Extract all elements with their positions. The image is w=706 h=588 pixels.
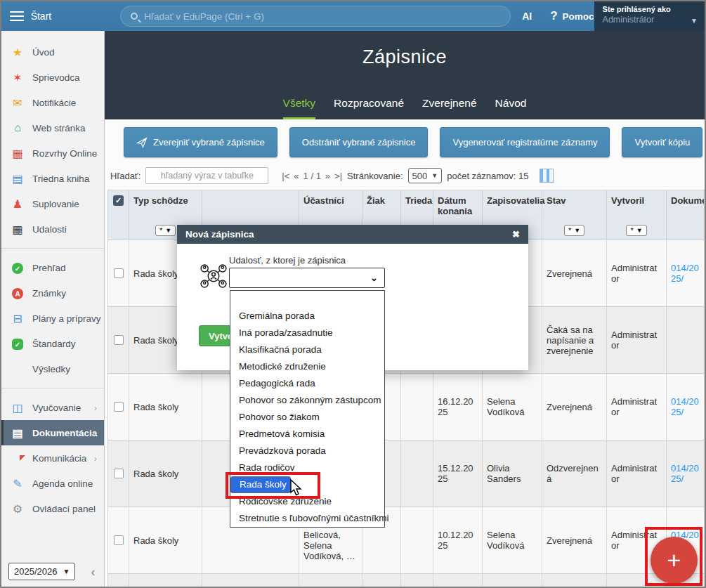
sidebar-item-vyucovanie[interactable]: ◫Vyučovanie› [1, 395, 104, 420]
event-type-option[interactable]: Rodičovské združenie [230, 493, 384, 510]
event-type-option[interactable]: Rada rodičov [230, 459, 384, 476]
cell-dokument: 014/2025/ [667, 240, 705, 307]
event-type-option[interactable]: Gremiálna porada [230, 308, 384, 325]
classbook-icon: ▤ [11, 172, 25, 185]
select-all-checkbox[interactable]: ✓ [113, 195, 124, 206]
sidebar-item-web-stranka[interactable]: ⌂Web stránka [1, 115, 104, 141]
sidebar-item-vysledky[interactable]: Výsledky [1, 356, 104, 381]
sidebar-item-suplovanie[interactable]: ♟Suplovanie [1, 191, 104, 216]
sidebar-item-notifikacie[interactable]: ✉Notifikácie [1, 90, 104, 115]
cell-ziak [362, 574, 401, 587]
column-settings-icon[interactable] [540, 169, 554, 183]
user-role-label: Ste prihlásený ako [603, 5, 698, 13]
table-row: Rada školy16.12.2025Selena VodíkováZvere… [108, 374, 705, 440]
cell-checkbox [108, 574, 129, 587]
event-type-option[interactable]: Metodické združenie [230, 358, 384, 375]
row-checkbox[interactable] [114, 335, 124, 345]
filter-stav-select[interactable]: *▼ [564, 225, 584, 236]
grades-icon: A [11, 287, 25, 300]
header-cell: Žiak [362, 190, 401, 221]
tab-navod[interactable]: Návod [495, 97, 527, 119]
event-type-option[interactable]: Predmetová komisia [230, 426, 384, 443]
sidebar-item-standardy[interactable]: ✓Štandardy [1, 331, 104, 356]
wand-icon: ✶ [11, 71, 25, 84]
star-icon: ★ [11, 46, 25, 59]
event-type-option[interactable]: Pohovor so zákonným zástupcom [230, 392, 384, 409]
table-search-input[interactable]: hľadaný výraz v tabuľke [145, 167, 268, 184]
sidebar-item-komunikacia[interactable]: Komunikácia› [1, 445, 104, 471]
sidebar-item-dokumentacia[interactable]: ▤Dokumentácia› [1, 420, 104, 445]
header-cell: Zapisovatelia [483, 190, 542, 221]
table-row: Rada školyAdriana Belicová, Selena Vodík… [108, 507, 705, 574]
collapse-sidebar-icon[interactable]: ‹ [91, 564, 95, 580]
cell-zapisovatelia: Selena Vodíková [483, 507, 542, 574]
create-copy-button[interactable]: Vytvoriť kópiu [622, 127, 702, 157]
global-search-input[interactable]: Hľadať v EduPage (Ctrl + G) [120, 6, 511, 27]
event-type-option[interactable]: Iná porada/zasadnutie [230, 325, 384, 341]
sidebar-item-znamky[interactable]: AZnámky [1, 280, 104, 306]
event-type-select[interactable]: ⌄ [229, 268, 385, 288]
cell-blank [202, 574, 299, 587]
school-year-select[interactable]: 2025/2026▼ [8, 563, 75, 580]
search-label: Hľadať: [110, 171, 140, 181]
header-cell: Typ schôdze [129, 190, 202, 221]
sidebar-item-triedna-kniha[interactable]: ▤Triedna kniha [1, 166, 104, 191]
sidebar-item-prehlad[interactable]: ✓Prehľad [1, 255, 104, 280]
sidebar-item-sprievodca[interactable]: ✶Sprievodca [1, 65, 104, 90]
sidebar-item-rozvrhy[interactable]: ▦Rozvrhy Online [1, 141, 104, 166]
start-menu[interactable]: Štart [31, 11, 52, 22]
sidebar-item-uvod[interactable]: ★Úvod [1, 39, 104, 65]
cell-datum [433, 574, 483, 587]
ai-button[interactable]: AI [522, 11, 532, 22]
event-type-option[interactable]: Rada školy [230, 476, 291, 493]
filter-vytvoril-select[interactable]: *▼ [626, 225, 646, 236]
publish-selected-button[interactable]: Zverejniť vybrané zápisnice [124, 127, 277, 157]
tab-rozpracovane[interactable]: Rozpracované [334, 97, 404, 119]
tab-vsetky[interactable]: Všetky [283, 97, 316, 119]
row-checkbox[interactable] [114, 268, 124, 278]
cell-vytvoril: Administrator [607, 307, 667, 374]
pagination-next[interactable]: » [325, 171, 330, 181]
cell-trieda [401, 374, 433, 440]
header-cell: Dokument [667, 190, 705, 221]
cell-checkbox [108, 374, 129, 440]
row-checkbox[interactable] [114, 469, 124, 478]
add-record-button[interactable]: + [651, 537, 698, 584]
event-type-option[interactable]: Pedagogická rada [230, 375, 384, 392]
close-icon[interactable]: ✖ [512, 229, 520, 240]
document-link[interactable]: 014/2025/ [671, 396, 700, 417]
meeting-people-icon [198, 261, 229, 291]
filter-typ-schodze-select[interactable]: *▼ [155, 225, 176, 236]
event-type-option[interactable]: Prevádzková porada [230, 443, 384, 459]
sidebar-item-plany[interactable]: ⊟Plány a prípravy [1, 306, 104, 331]
row-checkbox[interactable] [114, 535, 124, 545]
document-link[interactable]: 014/2025/ [671, 263, 700, 284]
delete-selected-button[interactable]: Odstrániť vybrané zápisnice [289, 127, 429, 157]
pagination-first[interactable]: |< [282, 171, 289, 181]
cell-trieda [401, 574, 433, 587]
sidebar-item-agenda[interactable]: ✎Agenda online [1, 471, 104, 496]
tab-zverejnene[interactable]: Zverejnené [422, 97, 477, 119]
help-button[interactable]: ? Pomoc [550, 9, 594, 23]
chevron-down-icon: ⌄ [370, 273, 378, 283]
event-type-option[interactable]: Pohovor so žiakom [230, 409, 384, 426]
page-title: Zápisnice [105, 31, 705, 68]
menu-icon[interactable] [10, 11, 24, 21]
cell-datum: 15.12.2025 [433, 440, 483, 507]
user-menu[interactable]: Ste prihlásený ako Administrátor ▼ [594, 1, 705, 31]
pagination-prev[interactable]: « [294, 171, 299, 181]
row-checkbox[interactable] [114, 402, 124, 412]
header-cell-checkbox: ✓ [108, 190, 129, 221]
sidebar-item-ovladaci-panel[interactable]: ⚙Ovládací panel [1, 496, 104, 521]
event-field-label: Udalosť, z ktorej je zápisnica [229, 255, 346, 266]
event-type-option[interactable]: Klasifikačná porada [230, 341, 384, 358]
sidebar-item-udalosti[interactable]: ▦Udalosti [1, 216, 104, 242]
event-type-option[interactable] [230, 291, 384, 308]
cell-vytvoril: Administrator [607, 240, 667, 307]
generate-registry-button[interactable]: Vygenerovať registratúrne záznamy [440, 127, 610, 157]
pagination-last[interactable]: >| [334, 171, 342, 181]
cell-checkbox [108, 307, 129, 374]
page-size-select[interactable]: 500▼ [408, 168, 443, 183]
document-link[interactable]: 014/2025/ [671, 463, 700, 484]
event-type-option[interactable]: Stretnutie s ľubovoľnými účastníkmi [230, 510, 384, 527]
